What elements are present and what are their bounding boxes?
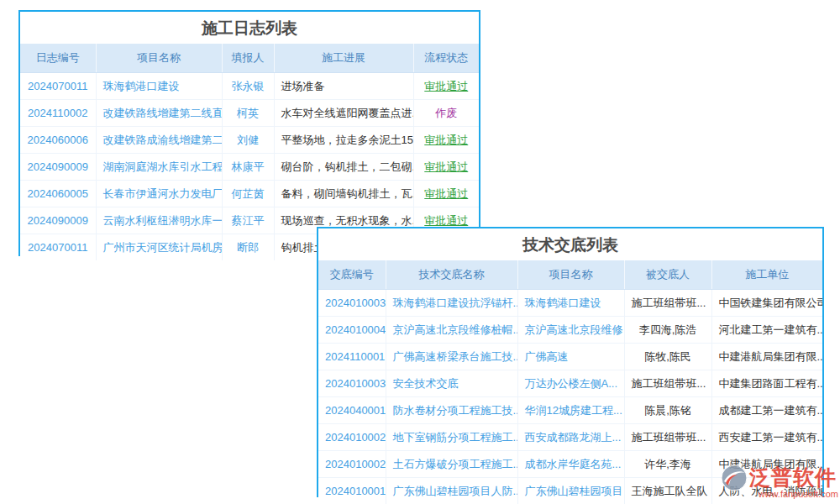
cell-link[interactable]: 地下室钢筋分项工程施工... [393,431,518,444]
table-cell: 万达办公楼左侧A... [517,370,624,397]
table-cell: 河北建工第一建筑有... [711,317,822,344]
cell-link[interactable]: 2024060005 [28,187,88,200]
cell-link[interactable]: 珠海鹤港口建设抗浮锚杆... [393,297,518,309]
cell-link[interactable]: 2024010001 [325,485,386,497]
cell-link[interactable]: 广东佛山碧桂园项目 [525,485,623,497]
column-header: 交底编号 [318,260,386,290]
cell-text: 陈牧,陈民 [644,350,691,363]
table-cell: 陈牧,陈民 [624,344,711,370]
table-cell: 2024090009 [20,207,96,234]
status-badge[interactable]: 审批通过 [424,134,468,146]
table-cell: 广东佛山碧桂园项目 [517,478,624,504]
table-cell: 成都建工第一建筑有... [711,397,822,424]
header-row: 交底编号技术交底名称项目名称被交底人施工单位 [318,260,822,290]
table-cell: 水车对全线遮阳网覆盖点进... [274,100,413,127]
status-badge[interactable]: 审批通过 [424,214,468,227]
column-header: 项目名称 [517,260,624,290]
table-cell: 珠海鹤港口建设 [96,73,222,100]
table-cell: 何芷茵 [222,181,274,207]
table-cell: 京沪高速北京段维修 [517,317,624,344]
cell-link[interactable]: 2024070011 [28,241,87,254]
status-badge[interactable]: 作废 [435,107,457,119]
table-cell: 2024110001 [318,344,386,370]
cell-link[interactable]: 改建铁路成渝线增建第二... [103,134,223,146]
cell-link[interactable]: 2024010003 [325,377,386,390]
cell-link[interactable]: 2024010003 [325,297,386,309]
cell-text: 施工班组带班... [632,377,706,390]
status-badge[interactable]: 审批通过 [424,160,468,173]
cell-link[interactable]: 2024070011 [28,80,87,92]
cell-link[interactable]: 广州市天河区统计局机房... [103,241,223,254]
cell-link[interactable]: 广佛高速桥梁承台施工技... [393,350,518,363]
cell-link[interactable]: 成都水岸华庭名苑... [525,458,622,470]
table-cell: 2024010004 [318,317,386,344]
cell-link[interactable]: 华润12城房建工程... [525,404,622,417]
table-cell: 广州市天河区统计局机房... [96,234,222,261]
cell-link[interactable]: 长春市伊通河水力发电厂... [103,187,223,200]
cell-link[interactable]: 蔡江平 [232,214,265,227]
cell-link[interactable]: 林康平 [232,160,265,173]
cell-link[interactable]: 广东佛山碧桂园项目人防... [393,485,518,497]
cell-link[interactable]: 2024010004 [325,323,386,336]
cell-text: 平整场地，拉走多余泥土15... [281,134,414,146]
cell-link[interactable]: 西安成都路龙湖上... [525,431,622,444]
column-header: 填报人 [222,44,274,73]
cell-link[interactable]: 2024110001 [325,350,385,363]
cell-link[interactable]: 2024090009 [28,214,88,227]
cell-text: 王海施工队全队 [632,485,708,497]
header-row: 日志编号项目名称填报人施工进展流程状态 [20,44,479,73]
table-row: 2024060006改建铁路成渝线增建第二...刘健平整场地，拉走多余泥土15.… [20,127,479,154]
cell-link[interactable]: 改建铁路线增建第二线直... [103,107,223,119]
cell-text: 李四海,陈浩 [639,323,697,336]
cell-link[interactable]: 防水卷材分项工程施工技... [393,404,518,417]
cell-link[interactable]: 土石方爆破分项工程施工... [393,458,518,470]
table-cell: 2024010003 [318,290,386,317]
table-cell: 2024060006 [20,127,96,154]
table-cell: 王海施工队全队 [624,478,711,504]
cell-link[interactable]: 珠海鹤港口建设 [103,80,180,92]
table-row: 2024040001防水卷材分项工程施工技...华润12城房建工程...陈晨,陈… [318,397,822,424]
construction-log-title: 施工日志列表 [20,12,479,44]
table-cell: 改建铁路成渝线增建第二... [96,127,222,154]
cell-link[interactable]: 2024090009 [28,160,88,173]
table-cell: 地下室钢筋分项工程施工... [386,424,517,451]
cell-link[interactable]: 万达办公楼左侧A... [525,377,618,390]
table-cell: 审批通过 [413,73,479,100]
table-cell: 湖南洞庭湖水库引水工程... [96,154,222,181]
cell-link[interactable]: 断郎 [237,241,259,254]
cell-link[interactable]: 广佛高速 [525,350,569,363]
table-cell: 蔡江平 [222,207,274,234]
status-badge[interactable]: 审批通过 [424,187,468,200]
table-cell: 2024010002 [318,451,386,478]
table-cell: 2024070011 [20,234,96,261]
cell-link[interactable]: 2024010002 [325,431,386,444]
table-cell: 张永银 [222,73,274,100]
cell-link[interactable]: 刘健 [237,134,259,146]
cell-link[interactable]: 湖南洞庭湖水库引水工程... [103,160,223,173]
table-cell: 备料，砌间墙钩机排土，瓦... [274,181,413,207]
table-cell: 西安成都路龙湖上... [517,424,624,451]
cell-link[interactable]: 张永银 [232,80,265,92]
cell-link[interactable]: 2024110002 [28,107,87,119]
table-cell: 改建铁路线增建第二线直... [96,100,222,127]
cell-link[interactable]: 柯英 [237,107,259,119]
table-cell: 2024090009 [20,154,96,181]
cell-link[interactable]: 安全技术交底 [393,377,459,390]
cell-text: 中国铁建集团有限公司 [719,297,823,309]
table-cell: 刘健 [222,127,274,154]
table-cell: 安全技术交底 [386,370,517,397]
table-cell: 审批通过 [413,154,479,181]
cell-link[interactable]: 珠海鹤港口建设 [525,297,601,309]
cell-link[interactable]: 2024060006 [28,134,88,146]
cell-link[interactable]: 2024010002 [325,458,386,470]
cell-link[interactable]: 何芷茵 [232,187,265,200]
fanpu-logo-icon [721,465,749,491]
cell-link[interactable]: 京沪高速北京段维修 [525,323,623,336]
cell-link[interactable]: 云南水利枢纽潜明水库一... [103,214,223,227]
construction-log-panel: 施工日志列表 日志编号项目名称填报人施工进展流程状态2024070011珠海鹤港… [18,10,480,256]
cell-link[interactable]: 京沪高速北京段维修桩帽... [393,323,518,336]
table-row: 2024110002改建铁路线增建第二线直...柯英水车对全线遮阳网覆盖点进..… [20,100,479,127]
table-cell: 华润12城房建工程... [517,397,624,424]
cell-link[interactable]: 2024040001 [325,404,386,417]
status-badge[interactable]: 审批通过 [424,80,468,92]
